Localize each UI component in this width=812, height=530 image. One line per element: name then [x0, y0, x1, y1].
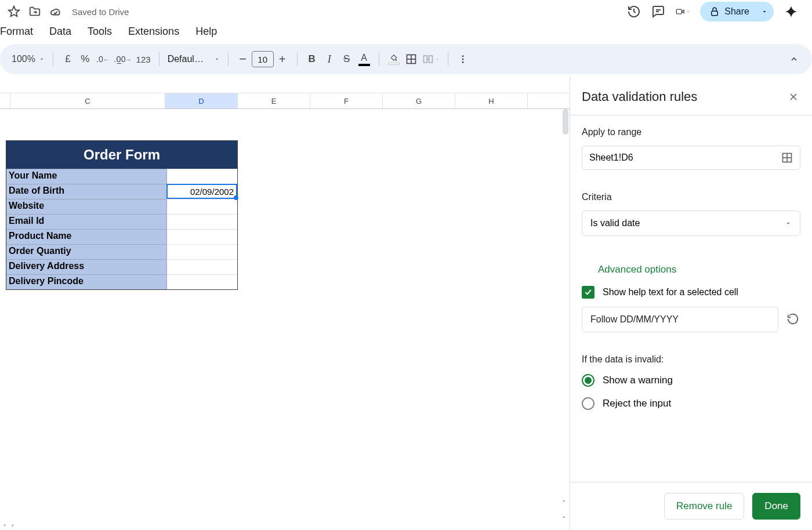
- font-size-decrease[interactable]: −: [234, 49, 252, 70]
- svg-marker-0: [9, 6, 19, 16]
- col-header-f[interactable]: F: [310, 93, 383, 108]
- radio-reject-input-label: Reject the input: [603, 398, 671, 409]
- invalid-data-label: If the data is invalid:: [582, 354, 800, 365]
- more-toolbar-button[interactable]: [454, 49, 472, 70]
- form-label: Email Id: [6, 214, 166, 229]
- comment-icon[interactable]: [651, 5, 665, 19]
- help-text-checkbox[interactable]: [582, 286, 594, 299]
- svg-rect-2: [712, 11, 718, 16]
- col-header-b[interactable]: [0, 93, 10, 108]
- font-size-increase[interactable]: +: [274, 49, 291, 70]
- data-validation-panel: Data validation rules Apply to range Cri…: [570, 77, 812, 530]
- radio-show-warning[interactable]: [582, 374, 594, 387]
- chevron-up-icon: [789, 55, 799, 64]
- cloud-done-icon[interactable]: [49, 5, 63, 19]
- percent-button[interactable]: %: [77, 49, 94, 70]
- form-value-cell[interactable]: [166, 244, 237, 259]
- vertical-scroll-arrows[interactable]: [558, 498, 570, 521]
- criteria-label: Criteria: [582, 192, 800, 202]
- share-label: Share: [724, 6, 749, 17]
- save-status-text: Saved to Drive: [72, 7, 129, 17]
- move-folder-icon[interactable]: [28, 5, 42, 19]
- number-format-button[interactable]: 123: [134, 49, 153, 70]
- form-value-cell[interactable]: [166, 169, 237, 184]
- advanced-options-toggle[interactable]: Advanced options: [582, 258, 800, 278]
- svg-rect-4: [423, 56, 427, 63]
- meet-icon[interactable]: [676, 5, 690, 19]
- remove-rule-button[interactable]: Remove rule: [664, 493, 744, 520]
- col-header-g[interactable]: G: [383, 93, 455, 108]
- font-family-select[interactable]: Defaul…: [165, 49, 222, 70]
- font-size-input[interactable]: 10: [252, 51, 274, 67]
- menu-help[interactable]: Help: [195, 26, 217, 38]
- horizontal-scroll-arrows[interactable]: [0, 521, 16, 530]
- spreadsheet-grid[interactable]: C D E F G H Order Form Your Name Date of…: [0, 77, 570, 530]
- share-button[interactable]: Share: [700, 2, 774, 21]
- chevron-down-icon: [785, 220, 792, 227]
- col-header-d[interactable]: D: [165, 93, 238, 108]
- fill-color-button[interactable]: [385, 49, 403, 70]
- form-value-cell[interactable]: [166, 259, 237, 274]
- form-value-cell[interactable]: [166, 214, 237, 229]
- svg-point-7: [462, 59, 463, 60]
- strikethrough-button[interactable]: S: [338, 49, 356, 70]
- radio-reject-input[interactable]: [582, 397, 594, 410]
- col-header-c[interactable]: C: [10, 93, 165, 108]
- table-row: Website: [6, 199, 237, 214]
- form-value-cell[interactable]: [166, 274, 237, 289]
- menu-format[interactable]: Format: [0, 26, 33, 38]
- form-label: Date of Birth: [6, 184, 166, 199]
- table-row: Delivery Pincode: [6, 274, 237, 289]
- order-form-title: Order Form: [6, 141, 237, 169]
- collapse-toolbar-button[interactable]: [785, 49, 803, 70]
- close-icon[interactable]: [786, 90, 800, 104]
- svg-rect-1: [677, 9, 682, 14]
- currency-button[interactable]: £: [59, 49, 77, 70]
- radio-show-warning-label: Show a warning: [603, 375, 673, 386]
- done-button[interactable]: Done: [752, 493, 800, 520]
- text-color-button[interactable]: A: [356, 49, 373, 70]
- col-header-e[interactable]: E: [238, 93, 310, 108]
- help-text-input[interactable]: Follow DD/MM/YYYY: [582, 307, 778, 332]
- svg-rect-5: [429, 56, 432, 63]
- borders-icon: [405, 53, 417, 65]
- col-header-h[interactable]: H: [455, 93, 528, 108]
- column-headers: C D E F G H: [0, 93, 570, 109]
- zoom-select[interactable]: 100%: [9, 49, 47, 70]
- apply-range-label: Apply to range: [582, 127, 800, 137]
- apply-range-input[interactable]: [589, 153, 781, 163]
- order-form-table: Order Form Your Name Date of Birth02/09/…: [6, 140, 238, 290]
- gemini-spark-icon[interactable]: [784, 5, 798, 19]
- table-row: Order Quantiy: [6, 244, 237, 259]
- more-vertical-icon: [458, 54, 468, 64]
- decrease-decimal-button[interactable]: .0←: [94, 49, 111, 70]
- select-range-icon[interactable]: [781, 152, 793, 164]
- reset-help-text-icon[interactable]: [786, 313, 800, 326]
- toolbar: 100% £ % .0← .0̲0→ 123 Defaul… − 10 + B …: [0, 44, 812, 74]
- table-row: Product Name: [6, 229, 237, 244]
- criteria-select[interactable]: Is valid date: [582, 210, 800, 236]
- star-outline-icon[interactable]: [7, 5, 21, 19]
- chevron-down-icon: [214, 56, 220, 62]
- form-label: Your Name: [6, 169, 166, 184]
- merge-cells-button[interactable]: [420, 49, 442, 70]
- share-dropdown[interactable]: [759, 3, 774, 20]
- svg-point-6: [462, 55, 463, 57]
- form-value-cell[interactable]: [166, 199, 237, 214]
- history-icon[interactable]: [627, 5, 641, 19]
- menu-data[interactable]: Data: [49, 26, 71, 38]
- form-value-cell[interactable]: [166, 229, 237, 244]
- vertical-scrollbar-thumb[interactable]: [563, 109, 568, 135]
- increase-decimal-button[interactable]: .0̲0→: [111, 49, 134, 70]
- bold-button[interactable]: B: [303, 49, 321, 70]
- italic-button[interactable]: I: [321, 49, 338, 70]
- menu-tools[interactable]: Tools: [88, 26, 112, 38]
- borders-button[interactable]: [403, 49, 420, 70]
- table-row: Delivery Address: [6, 259, 237, 274]
- form-value-cell-selected[interactable]: 02/09/2002: [166, 184, 237, 199]
- form-label: Delivery Pincode: [6, 274, 166, 289]
- apply-range-input-row: [582, 146, 800, 170]
- form-label: Delivery Address: [6, 259, 166, 274]
- merge-icon: [422, 53, 434, 65]
- menu-extensions[interactable]: Extensions: [128, 26, 179, 38]
